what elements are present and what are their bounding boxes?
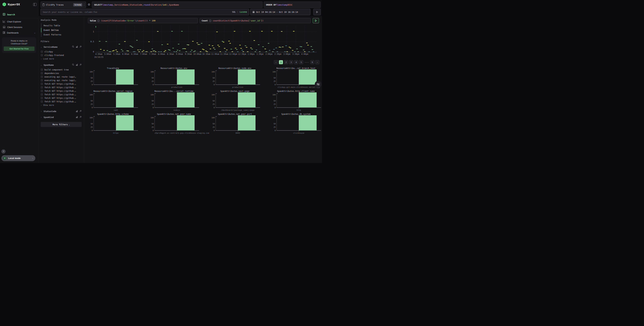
attribute-chart-category: production (154, 86, 199, 88)
y-tick-label: 0 (274, 129, 276, 131)
analysis-mode-event-deltas[interactable]: Event Deltas (41, 28, 82, 32)
sidebar-item-chart-explorer[interactable]: Chart Explorer (0, 19, 38, 25)
y-tick-label: 0 (92, 106, 93, 109)
filter-option[interactable]: fetch GET https://github.… (41, 82, 82, 86)
svg-text:8:00am: 8:00am (158, 53, 165, 55)
y-tick-label: 50 (212, 123, 215, 125)
search-icon[interactable] (72, 64, 74, 66)
filter-group-header[interactable]: › SpanKind (41, 115, 82, 119)
more-filters-button[interactable]: More filters⌄ (41, 122, 82, 127)
nav-label: Dashboards (7, 32, 19, 34)
source-select[interactable]: ClickPy Traces Schema ⌃⌄ (40, 2, 86, 8)
chart-settings-fab[interactable] (315, 81, 321, 87)
filter-option[interactable]: fetch GET https://github.… (41, 86, 82, 89)
checkbox[interactable] (41, 90, 43, 92)
checkbox[interactable] (41, 97, 43, 99)
filter-option[interactable]: executing api route (app)… (41, 75, 82, 79)
filter-group-header[interactable]: › StatusCode (41, 110, 82, 113)
pin-icon[interactable] (80, 46, 82, 48)
select-chevrons-icon: ⌃⌄ (84, 4, 84, 6)
filter-group-header[interactable]: ⌄ SpanName (41, 63, 82, 67)
show-more-link[interactable]: ›Show more (41, 103, 82, 107)
pin-icon[interactable] (80, 116, 82, 118)
sql-mode-button[interactable]: SQL (232, 11, 236, 13)
y-tick-label: 100 (212, 117, 215, 119)
checkbox[interactable] (41, 51, 43, 53)
gear-icon[interactable]: ⚙ (88, 3, 90, 6)
filter-option[interactable]: clickpy-frontend (41, 53, 82, 57)
analysis-mode-event-patterns[interactable]: Event Patterns (41, 32, 82, 37)
schema-badge[interactable]: Schema (73, 3, 82, 7)
pin-icon[interactable] (80, 110, 82, 113)
filter-option[interactable]: dependencies (41, 71, 82, 75)
promo-text: Ready to deploy onClickHouse Cloud? (4, 40, 34, 45)
filter-option[interactable]: fetch GET https://github.… (41, 100, 82, 103)
attribute-chart: SpanAttributes.http.client.name 10050250… (271, 90, 321, 113)
pagination-page-4[interactable]: 4 (294, 60, 298, 64)
select-expression-input[interactable]: SELECT Timestamp, ServiceName, StatusCod… (92, 2, 262, 8)
checkbox[interactable] (41, 69, 43, 71)
x-tick (116, 131, 116, 131)
lucene-mode-button[interactable]: Lucene (240, 11, 247, 13)
checkbox[interactable] (41, 54, 43, 56)
attribute-chart-plot: 10050250 (154, 70, 199, 85)
filter-option[interactable]: fetch GET https://github.… (41, 96, 82, 100)
x-tick (177, 85, 177, 86)
checkbox[interactable] (41, 86, 43, 88)
checkbox[interactable] (41, 93, 43, 96)
analysis-mode-results-table[interactable]: Results Table (41, 23, 82, 28)
search-input[interactable]: Search your events w/ Lucene ex. column:… (40, 9, 249, 15)
filter-group-name: ServiceName (44, 46, 71, 48)
sidebar-item-dashboards[interactable]: Dashboards⌄ (0, 30, 38, 36)
filter-option[interactable]: fetch GET https://github.… (41, 89, 82, 93)
y-tick-label: 25 (212, 126, 215, 128)
value-expression: (countIf(StatusCode='Error')/count()) * … (101, 19, 156, 22)
mode-separator: | (237, 11, 238, 13)
bar-chart-icon[interactable] (76, 64, 78, 66)
checkbox[interactable] (41, 100, 43, 103)
checkbox[interactable] (41, 83, 43, 85)
sidebar-item-search[interactable]: Search (0, 12, 38, 17)
pagination-page-1[interactable]: 1 (279, 60, 283, 64)
pagination-page-3[interactable]: 3 (289, 60, 293, 64)
checkbox[interactable] (41, 72, 43, 74)
filter-option[interactable]: executing api route (app)… (41, 79, 82, 82)
get-started-button[interactable]: Get Started for Free (4, 47, 34, 51)
metrics-run-button[interactable] (313, 18, 319, 23)
checkbox[interactable] (41, 76, 43, 78)
pagination-page-2[interactable]: 2 (284, 60, 288, 64)
search-run-button[interactable] (314, 9, 321, 15)
chevron-down-icon: ⌄ (69, 124, 70, 126)
bar-chart-icon[interactable] (76, 46, 78, 48)
attribute-chart-category: http (276, 109, 321, 111)
filter-group-header[interactable]: ⌄ ServiceName (41, 45, 82, 49)
pagination-ellipsis: ··· (304, 61, 309, 64)
help-button[interactable]: ? (1, 149, 6, 153)
pin-icon[interactable] (80, 64, 82, 66)
pagination-page-5[interactable]: 5 (299, 60, 303, 64)
bar-chart-icon[interactable] (76, 116, 78, 118)
filter-option[interactable]: build component tree (41, 68, 82, 71)
load-more-link[interactable]: ›Load more (41, 57, 82, 61)
pagination-page-9[interactable]: 9 (310, 60, 314, 64)
sidebar-collapse-icon[interactable] (33, 3, 36, 6)
orderby-expression-input[interactable]: ORDER BY Timestamp DESC (264, 2, 321, 8)
search-icon[interactable] (72, 46, 74, 48)
nav-label: Search (7, 13, 15, 16)
svg-text:4:00pm: 4:00pm (301, 53, 308, 55)
bar (177, 69, 194, 84)
checkbox[interactable] (41, 79, 43, 81)
value-expression-input[interactable]: Value i (countIf(StatusCode='Error')/cou… (88, 18, 198, 23)
filter-group-name: StatusCode (44, 110, 74, 113)
filter-option[interactable]: clickpy (41, 50, 82, 53)
count-expression-input[interactable]: Count i countDistinct(SpanAttributes['us… (200, 18, 311, 23)
sidebar-item-client-sessions[interactable]: Client Sessions (0, 25, 38, 30)
pagination-next-button[interactable]: › (315, 60, 319, 64)
date-range-picker[interactable]: Oct 10 04:16:14 - Oct 10 16:16:14 (250, 9, 310, 15)
analysis-mode-title: Analysis Mode (41, 19, 82, 21)
filter-option[interactable]: fetch GET https://github.… (41, 93, 82, 96)
bar-chart-icon[interactable] (76, 110, 78, 113)
svg-text:8:30am: 8:30am (167, 53, 174, 55)
local-mode-button[interactable]: U Local mode › (1, 155, 35, 161)
pagination-prev-button[interactable]: ‹ (274, 60, 278, 64)
